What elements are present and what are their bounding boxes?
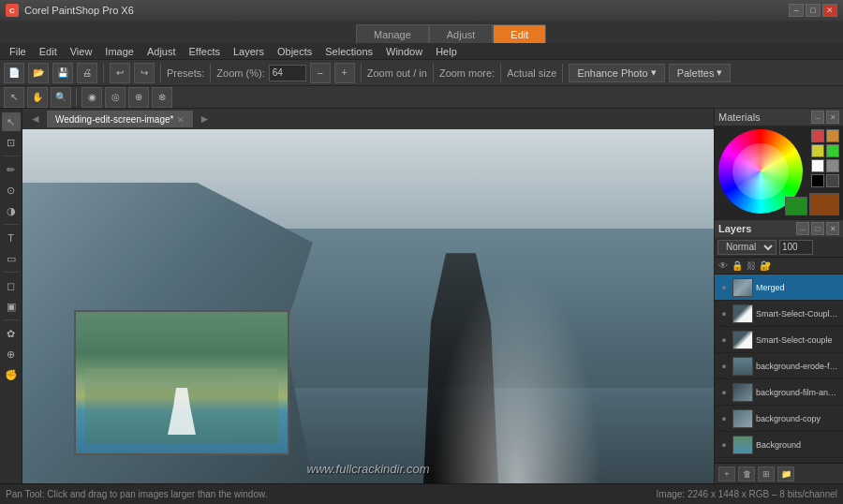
layer-group-btn[interactable]: 📁	[777, 467, 794, 482]
close-button[interactable]: ✕	[822, 4, 837, 17]
blend-mode-select[interactable]: Normal	[717, 240, 776, 255]
menu-adjust[interactable]: Adjust	[141, 45, 182, 58]
layer-lock-icon[interactable]: 🔒	[732, 260, 743, 271]
layer-thumb-couple-copy	[732, 304, 753, 323]
tool-paint[interactable]: ✏	[2, 160, 21, 179]
menu-objects[interactable]: Objects	[272, 45, 318, 58]
tab-adjust[interactable]: Adjust	[429, 24, 494, 43]
minimize-button[interactable]: –	[789, 4, 804, 17]
materials-close-btn[interactable]: ✕	[826, 111, 839, 124]
tool-shape[interactable]: ▭	[2, 249, 21, 268]
tool-dodge[interactable]: ◑	[2, 201, 21, 220]
swatch-green[interactable]	[826, 144, 839, 157]
tool-eyedrop[interactable]: ✿	[2, 324, 21, 343]
sep7	[562, 64, 563, 82]
delete-layer-btn[interactable]: 🗑	[738, 467, 755, 482]
swatch-gray[interactable]	[826, 159, 839, 172]
tool-pan-hand[interactable]: ✊	[2, 365, 21, 384]
merge-layers-btn[interactable]: ⊞	[758, 467, 775, 482]
main-area: ↖ ⊡ ✏ ⊙ ◑ T ▭ ◻ ▣ ✿ ⊕ ✊ ◄ Wedding-edit-s…	[0, 109, 843, 483]
tool-sep4	[4, 319, 19, 320]
tool-crop[interactable]: ⊡	[2, 133, 21, 152]
menu-window[interactable]: Window	[380, 45, 428, 58]
tab-manage[interactable]: Manage	[356, 24, 429, 43]
app-logo: C	[6, 4, 19, 17]
menu-selections[interactable]: Selections	[319, 45, 378, 58]
layer-lock-all-icon[interactable]: 🔐	[760, 260, 771, 271]
canvas-content[interactable]: www.fullcrackindir.com	[22, 129, 714, 483]
swatch-white[interactable]	[811, 159, 824, 172]
menu-help[interactable]: Help	[430, 45, 463, 58]
new-btn[interactable]: 📄	[4, 63, 24, 83]
zoom-in-btn[interactable]: +	[334, 63, 355, 83]
tool-option3[interactable]: ⊕	[128, 87, 149, 108]
color-wheel-area[interactable]	[715, 126, 843, 219]
tool-zoom[interactable]: 🔍	[51, 87, 71, 108]
zoom-out-btn[interactable]: –	[310, 63, 331, 83]
swatch-black[interactable]	[811, 174, 824, 187]
new-layer-btn[interactable]: +	[718, 467, 735, 482]
layer-item-bg-erode[interactable]: ● background-erode-filter	[715, 353, 843, 379]
layer-item-couple[interactable]: ● Smart-Select-couple	[715, 327, 843, 353]
open-btn[interactable]: 📂	[28, 63, 49, 83]
canvas-tab-wedding[interactable]: Wedding-edit-screen-image* ✕	[47, 111, 194, 127]
swatch-darkgray[interactable]	[826, 174, 839, 187]
save-btn[interactable]: 💾	[52, 63, 73, 83]
tab-next-icon[interactable]: ►	[195, 112, 214, 126]
redo-btn[interactable]: ↪	[134, 63, 155, 83]
menu-image[interactable]: Image	[99, 45, 140, 58]
layer-link-icon[interactable]: ⛓	[747, 260, 756, 271]
materials-minimize-btn[interactable]: –	[811, 111, 824, 124]
tab-prev-icon[interactable]: ◄	[26, 112, 45, 126]
tool-option2[interactable]: ◎	[105, 87, 126, 108]
menu-effects[interactable]: Effects	[184, 45, 226, 58]
layer-item-bg-film[interactable]: ● background-film-and-filters	[715, 379, 843, 406]
palettes-btn[interactable]: Palettes ▾	[669, 64, 732, 82]
opacity-input[interactable]	[779, 240, 813, 255]
tool-fill[interactable]: ▣	[2, 297, 21, 316]
layer-thumb-couple	[732, 331, 753, 349]
tool-zoom-tool[interactable]: ⊕	[2, 345, 21, 363]
print-btn[interactable]: 🖨	[77, 63, 97, 83]
tool-select[interactable]: ↖	[4, 87, 24, 108]
tool-option1[interactable]: ◉	[81, 87, 102, 108]
menu-file[interactable]: File	[4, 45, 32, 58]
tool-sep2	[4, 224, 19, 225]
tool-clone[interactable]: ⊙	[2, 181, 21, 200]
layer-item-bg[interactable]: ● Background	[715, 432, 843, 458]
layers-bottom-bar: + 🗑 ⊞ 📁	[715, 463, 843, 483]
tool-pointer[interactable]: ↖	[2, 112, 21, 131]
background-color-swatch[interactable]	[785, 197, 807, 215]
layers-minimize-btn[interactable]: –	[796, 222, 809, 235]
menu-edit[interactable]: Edit	[34, 45, 63, 58]
tool-erase[interactable]: ◻	[2, 276, 21, 295]
small-color-preview	[74, 310, 289, 455]
zoom-input[interactable]	[269, 65, 306, 82]
layer-thumb-bg-copy	[732, 409, 753, 428]
sep1	[103, 64, 104, 82]
maximize-button[interactable]: □	[806, 4, 821, 17]
layer-visibility-icon[interactable]: 👁	[718, 260, 728, 271]
enhance-photo-btn[interactable]: Enhance Photo ▾	[569, 64, 664, 82]
swatch-orange[interactable]	[826, 129, 839, 142]
canvas-tab-close-icon[interactable]: ✕	[177, 115, 185, 125]
menu-layers[interactable]: Layers	[228, 45, 270, 58]
tool-option4[interactable]: ⊗	[152, 87, 172, 108]
layers-maximize-btn[interactable]: □	[811, 222, 824, 235]
zoom-label: Zoom (%):	[216, 67, 264, 79]
tool-pan[interactable]: ✋	[27, 87, 48, 108]
tool-text[interactable]: T	[2, 229, 21, 247]
layer-item-couple-copy[interactable]: ● Smart-Select-Couple-copy	[715, 301, 843, 327]
layers-close-btn[interactable]: ✕	[826, 222, 839, 235]
layer-item-bg-copy[interactable]: ● background-copy	[715, 406, 843, 432]
swatch-red[interactable]	[811, 129, 824, 142]
foreground-color-swatch[interactable]	[809, 193, 839, 215]
color-swatches	[811, 129, 839, 187]
swatch-yellow[interactable]	[811, 144, 824, 157]
menu-view[interactable]: View	[65, 45, 98, 58]
undo-btn[interactable]: ↩	[110, 63, 130, 83]
tab-edit[interactable]: Edit	[493, 24, 546, 43]
layer-item-merged[interactable]: ● Merged	[715, 274, 843, 301]
layers-toolbar: Normal	[715, 237, 843, 258]
materials-header-controls: – ✕	[811, 111, 839, 124]
